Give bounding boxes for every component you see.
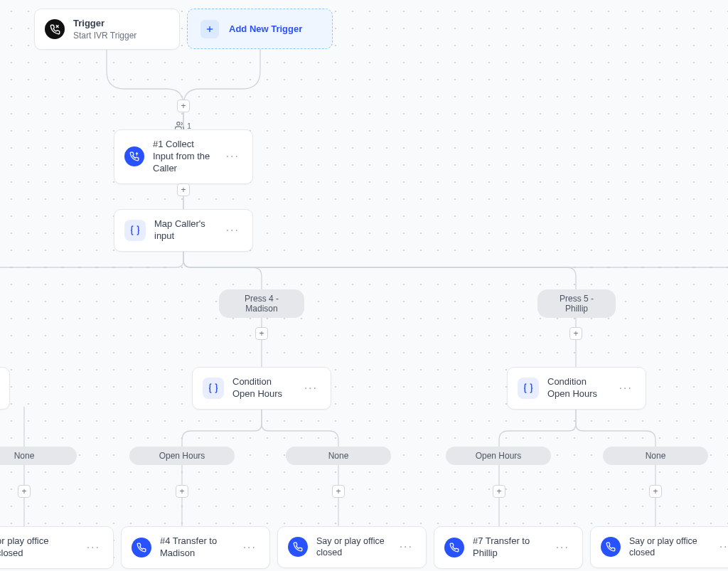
add-trigger-label: Add New Trigger — [229, 23, 302, 34]
condition-label: Condition Open Hours — [232, 376, 293, 400]
map-input-label: Map Caller's input — [154, 218, 215, 242]
add-step-button[interactable]: + — [649, 485, 662, 498]
phone-action-icon — [601, 537, 621, 557]
outcome-pill[interactable]: None — [0, 447, 77, 465]
action-label: or play office closed — [0, 535, 75, 560]
outcome-pill[interactable]: None — [603, 447, 708, 465]
phone-action-icon — [444, 538, 464, 557]
add-trigger-button[interactable]: Add New Trigger — [187, 9, 333, 49]
branch-label: Press 5 - Phillip — [560, 294, 594, 314]
more-menu-button[interactable]: ··· — [301, 380, 321, 396]
outcome-pill[interactable]: Open Hours — [446, 447, 551, 465]
add-step-button[interactable]: + — [332, 485, 345, 498]
branch-pill[interactable]: Press 5 - Phillip — [537, 289, 616, 318]
more-menu-button[interactable]: ··· — [717, 539, 728, 555]
more-menu-button[interactable]: ··· — [84, 540, 103, 555]
more-menu-button[interactable]: ··· — [553, 540, 572, 555]
action-label: #7 Transfer to Phillip — [473, 535, 545, 560]
branch-label: Press 4 - Madison — [245, 294, 279, 314]
counter-value: 1 — [187, 122, 191, 130]
condition-node[interactable]: Condition Open Hours ··· — [0, 367, 10, 410]
action-node[interactable]: Say or play office closed ··· — [277, 526, 427, 568]
condition-node[interactable]: Condition Open Hours ··· — [192, 367, 331, 410]
add-step-button[interactable]: + — [18, 485, 31, 498]
add-step-button[interactable]: + — [176, 485, 188, 498]
action-node[interactable]: #4 Transfer to Madison ··· — [121, 526, 270, 569]
branch-pill[interactable]: Press 4 - Madison — [219, 289, 304, 318]
add-step-button[interactable]: + — [255, 327, 268, 340]
trigger-subtitle: Start IVR Trigger — [73, 31, 136, 41]
add-step-button[interactable]: + — [493, 485, 505, 498]
phone-action-icon — [288, 537, 308, 557]
more-menu-button[interactable]: ··· — [223, 223, 242, 238]
action-node[interactable]: Say or play office closed ··· — [590, 526, 728, 568]
braces-icon — [518, 378, 539, 399]
collect-input-node[interactable]: #1 Collect Input from the Caller ··· — [114, 129, 253, 184]
braces-icon — [203, 378, 224, 399]
add-step-button[interactable]: + — [177, 100, 190, 112]
phone-action-icon — [132, 538, 151, 557]
outcome-label: None — [646, 451, 666, 461]
outcome-label: None — [14, 451, 35, 461]
more-menu-button[interactable]: ··· — [223, 149, 242, 164]
condition-node[interactable]: Condition Open Hours ··· — [507, 367, 646, 410]
plus-icon — [200, 20, 219, 38]
action-node[interactable]: or play office closed ··· — [0, 526, 114, 569]
braces-icon — [124, 220, 146, 241]
outcome-label: Open Hours — [476, 451, 522, 461]
outcome-pill[interactable]: None — [286, 447, 391, 465]
add-step-button[interactable]: + — [177, 183, 190, 196]
more-menu-button[interactable]: ··· — [616, 380, 636, 396]
trigger-title: Trigger — [73, 18, 136, 29]
action-node[interactable]: #7 Transfer to Phillip ··· — [434, 526, 583, 569]
svg-point-13 — [177, 122, 180, 125]
action-label: #4 Transfer to Madison — [160, 535, 232, 560]
outcome-label: Open Hours — [159, 451, 205, 461]
more-menu-button[interactable]: ··· — [397, 539, 416, 555]
outcome-label: None — [328, 451, 349, 461]
add-step-button[interactable]: + — [569, 327, 582, 340]
phone-action-icon — [124, 146, 144, 166]
outcome-pill[interactable]: Open Hours — [129, 447, 235, 465]
phone-trigger-icon — [45, 19, 65, 39]
map-input-node[interactable]: Map Caller's input ··· — [114, 209, 253, 252]
more-menu-button[interactable]: ··· — [240, 540, 259, 555]
condition-label: Condition Open Hours — [547, 376, 608, 400]
collect-input-label: #1 Collect Input from the Caller — [153, 139, 215, 175]
action-label: Say or play office closed — [629, 535, 708, 559]
trigger-node[interactable]: Trigger Start IVR Trigger — [34, 9, 180, 50]
action-label: Say or play office closed — [316, 535, 388, 559]
